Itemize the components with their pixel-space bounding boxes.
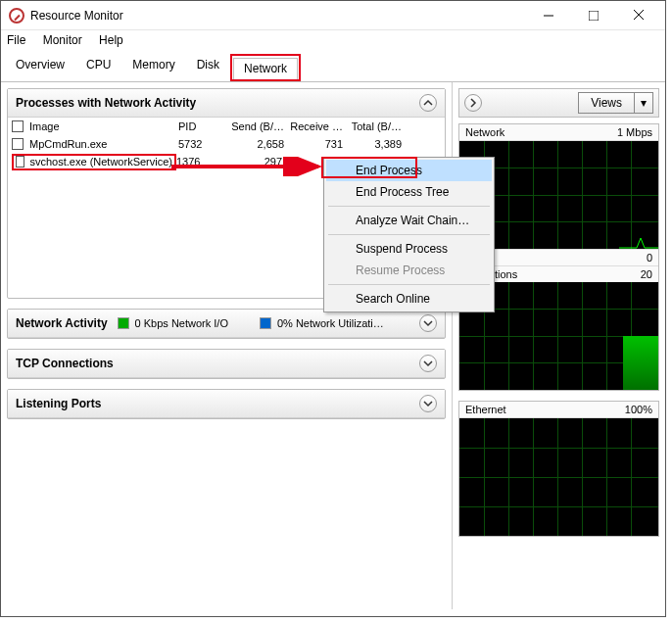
expand-right-icon[interactable] (464, 94, 482, 112)
app-icon (9, 8, 24, 24)
chart-ethernet-canvas (459, 418, 658, 536)
tab-cpu[interactable]: CPU (75, 54, 121, 81)
row-checkbox[interactable] (16, 156, 24, 168)
col-image[interactable]: Image (29, 120, 60, 132)
maximize-button[interactable] (571, 1, 616, 30)
expand-icon[interactable] (419, 395, 437, 412)
checkbox-all[interactable] (12, 120, 24, 132)
legend-util-label: 0% Network Utilizati… (277, 317, 384, 329)
legend-io-icon (118, 317, 129, 329)
window-title: Resource Monitor (30, 9, 526, 23)
panel-network-activity: Network Activity 0 Kbps Network I/O 0% N… (7, 309, 446, 339)
grid-header: Image PID Send (B/… Receive … Total (B/… (8, 118, 445, 135)
tab-network[interactable]: Network (233, 58, 298, 79)
menu-file[interactable]: File (7, 33, 25, 47)
panel-tcp-header[interactable]: TCP Connections (8, 350, 445, 378)
cell-pid: 5732 (178, 138, 227, 150)
panel-processes-header[interactable]: Processes with Network Activity (8, 89, 445, 118)
menu-monitor[interactable]: Monitor (43, 33, 82, 47)
tab-overview[interactable]: Overview (5, 54, 75, 81)
minimize-button[interactable] (526, 1, 571, 30)
collapse-icon[interactable] (419, 94, 437, 112)
right-pane-header: Views ▾ (458, 88, 659, 118)
cell-send: 2,658 (227, 138, 290, 150)
expand-icon[interactable] (419, 314, 437, 332)
chart-ethernet-scale: 100% (625, 404, 652, 415)
col-pid[interactable]: PID (178, 120, 227, 132)
ctx-analyze[interactable]: Analyze Wait Chain… (326, 210, 492, 231)
col-send[interactable]: Send (B/… (227, 120, 290, 132)
ctx-end-tree[interactable]: End Process Tree (326, 181, 492, 203)
legend-io-label: 0 Kbps Network I/O (135, 317, 228, 329)
ctx-search[interactable]: Search Online (326, 288, 492, 310)
views-button[interactable]: Views ▾ (578, 92, 653, 114)
panel-net-title: Network Activity (16, 316, 108, 330)
expand-icon[interactable] (419, 355, 437, 372)
legend-util-icon (260, 317, 271, 329)
ctx-suspend[interactable]: Suspend Process (326, 238, 492, 260)
close-button[interactable] (616, 1, 661, 30)
tab-memory[interactable]: Memory (121, 54, 185, 81)
cell-pid: 1376 (176, 156, 225, 168)
tabstrip: Overview CPU Memory Disk Network (1, 50, 665, 82)
col-total[interactable]: Total (B/… (349, 120, 408, 132)
titlebar: Resource Monitor (1, 1, 665, 30)
panel-tcp-title: TCP Connections (16, 357, 419, 370)
svg-rect-1 (589, 11, 599, 21)
cell-total: 3,389 (349, 138, 408, 150)
chart-network-scale: 1 Mbps (617, 126, 652, 138)
row-checkbox[interactable] (12, 138, 24, 150)
views-label: Views (579, 93, 635, 113)
context-menu: End Process End Process Tree Analyze Wai… (323, 157, 495, 312)
chart-ethernet-title: Ethernet (465, 404, 506, 415)
ctx-end-process[interactable]: End Process (326, 160, 492, 181)
cell-recv: 731 (290, 138, 349, 150)
cell-image: MpCmdRun.exe (29, 138, 107, 150)
panel-network-activity-header[interactable]: Network Activity 0 Kbps Network I/O 0% N… (8, 310, 445, 338)
panel-tcp: TCP Connections (7, 349, 446, 379)
table-row[interactable]: MpCmdRun.exe 5732 2,658 731 3,389 (8, 135, 445, 153)
col-recv[interactable]: Receive … (290, 120, 349, 132)
menubar: File Monitor Help (1, 30, 665, 50)
chart-ethernet: Ethernet 100% (458, 401, 659, 537)
chart-network-title: Network (465, 126, 504, 138)
cell-send: 297 (225, 156, 288, 168)
chart-caption2-right: 20 (641, 268, 652, 280)
panel-ports: Listening Ports (7, 389, 446, 419)
panel-processes-title: Processes with Network Activity (16, 96, 419, 110)
tab-disk[interactable]: Disk (186, 54, 230, 81)
panel-ports-header[interactable]: Listening Ports (8, 390, 445, 418)
panel-ports-title: Listening Ports (16, 397, 419, 410)
chart-caption-right: 0 (647, 252, 652, 264)
menu-help[interactable]: Help (99, 33, 123, 47)
ctx-resume: Resume Process (326, 260, 492, 281)
cell-image: svchost.exe (NetworkService) (30, 156, 173, 168)
chevron-down-icon: ▾ (635, 93, 652, 113)
